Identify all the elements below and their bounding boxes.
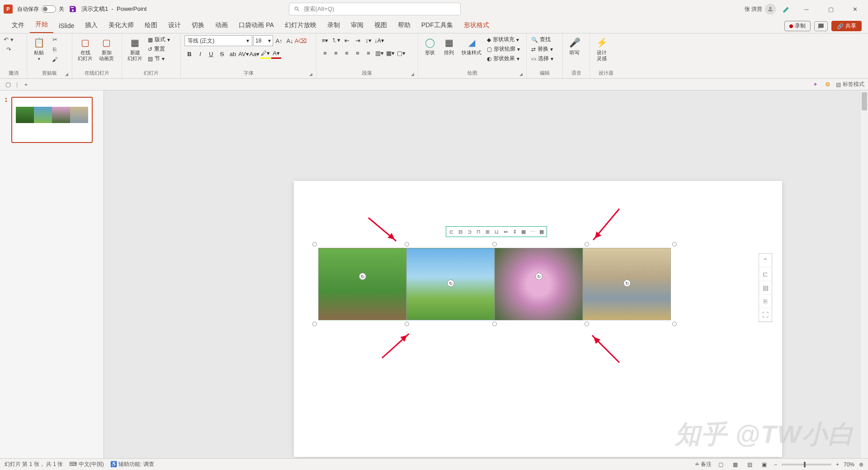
slide-editor[interactable]: ⊏ ⊟ ⊐ ⊓ ⊞ ⊔ ⇔ ⇕ ▦ ⋯ ▩ ↻: [104, 90, 868, 458]
side-btn-4[interactable]: ⎘: [759, 294, 772, 308]
pen-icon[interactable]: [782, 5, 791, 14]
comments-button[interactable]: [814, 21, 828, 31]
align-right-icon[interactable]: ⊐: [465, 228, 473, 236]
dialog-launcher-icon[interactable]: ◢: [65, 72, 68, 76]
tab-insert[interactable]: 插入: [80, 19, 103, 33]
font-color-button[interactable]: A▾: [271, 49, 281, 59]
sorter-view-button[interactable]: ▦: [731, 461, 741, 469]
font-size-combo[interactable]: 18▾: [253, 35, 273, 46]
zoom-in-button[interactable]: +: [836, 461, 839, 468]
slide-thumbnail-1[interactable]: [11, 97, 93, 143]
slide-counter[interactable]: 幻灯片 第 1 张， 共 1 张: [5, 461, 63, 468]
align-more-icon[interactable]: ⋯: [528, 228, 537, 236]
undo-button[interactable]: ↶ ▾: [4, 35, 14, 43]
italic-button[interactable]: I: [195, 49, 205, 59]
normal-view-button[interactable]: ▢: [716, 461, 726, 469]
replace-button[interactable]: ⇄ 替换 ▾: [530, 45, 554, 53]
paste-button[interactable]: 📋粘贴▾: [31, 35, 47, 62]
align-left-icon[interactable]: ⊏: [447, 228, 455, 236]
user-badge[interactable]: 张 洪营: [745, 4, 776, 14]
tab-file[interactable]: 文件: [6, 19, 30, 33]
decrease-font-button[interactable]: A↓: [285, 36, 295, 46]
sec-add-button[interactable]: ＋: [21, 80, 30, 89]
dictate-button[interactable]: 🎤听写: [566, 35, 583, 57]
search-input[interactable]: 搜索(Alt+Q): [289, 3, 461, 15]
section-button[interactable]: ▤ 节 ▾: [147, 54, 171, 63]
selected-images[interactable]: ↻ ↻ ↻ ↻: [318, 248, 671, 320]
tab-pdf[interactable]: PDF工具集: [416, 19, 458, 33]
reset-button[interactable]: ↺ 重置: [147, 45, 171, 53]
align-top-icon[interactable]: ⊓: [474, 228, 482, 236]
tab-shape-format[interactable]: 形状格式: [458, 19, 495, 33]
highlight-button[interactable]: 🖊▾: [260, 49, 270, 59]
save-icon[interactable]: [69, 5, 77, 13]
slide-canvas[interactable]: ⊏ ⊟ ⊐ ⊓ ⊞ ⊔ ⇔ ⇕ ▦ ⋯ ▩ ↻: [294, 181, 782, 457]
tab-design[interactable]: 设计: [163, 19, 186, 33]
side-btn-5[interactable]: ⛶: [759, 308, 772, 322]
tab-pocket[interactable]: 口袋动画 PA: [233, 19, 279, 33]
record-button[interactable]: 录制: [784, 21, 811, 31]
smartart-button[interactable]: ▢▾: [396, 48, 406, 58]
side-btn-3[interactable]: ▤: [759, 281, 772, 294]
maximize-button[interactable]: ▢: [822, 2, 840, 16]
justify-button[interactable]: ≡: [353, 48, 363, 58]
cut-button[interactable]: ✂: [50, 35, 60, 43]
format-painter-button[interactable]: 🖌: [50, 55, 60, 63]
clear-format-button[interactable]: A⌫: [296, 36, 306, 46]
fit-button[interactable]: ⊕: [859, 461, 863, 468]
shape-fill-button[interactable]: ◆ 形状填充 ▾: [486, 35, 521, 44]
image-3[interactable]: ↻: [495, 248, 583, 320]
shadow-button[interactable]: ab: [228, 49, 238, 59]
tag-mode-button[interactable]: ▤ 标签模式: [836, 81, 864, 88]
layout-button[interactable]: ▦ 版式 ▾: [147, 35, 171, 44]
increase-indent-button[interactable]: ⇥: [353, 35, 363, 45]
image-4[interactable]: ↻: [583, 248, 671, 320]
increase-font-button[interactable]: A↑: [274, 36, 284, 46]
tab-view[interactable]: 视图: [369, 19, 392, 33]
shapes-button[interactable]: ◯形状: [422, 35, 438, 57]
notes-button[interactable]: ≐ 备注: [695, 461, 712, 468]
distribute-v-icon[interactable]: ⇕: [510, 228, 519, 236]
side-btn-1[interactable]: ⌃: [759, 254, 772, 267]
tab-slideshow[interactable]: 幻灯片放映: [279, 19, 322, 33]
sec-tool-2[interactable]: ⚙: [823, 80, 832, 89]
new-anim-button[interactable]: ▢新加 动画页: [97, 35, 116, 62]
dialog-launcher-icon[interactable]: ◢: [411, 72, 414, 76]
align-left-button[interactable]: ≡: [320, 48, 330, 58]
shape-effects-button[interactable]: ◐ 形状效果 ▾: [486, 54, 521, 63]
columns-button[interactable]: ▥▾: [374, 48, 384, 58]
distribute-button[interactable]: ≡: [363, 48, 373, 58]
share-button[interactable]: 🔗 共享: [831, 21, 862, 31]
close-button[interactable]: ✕: [846, 2, 864, 16]
tab-animation[interactable]: 动画: [210, 19, 233, 33]
strike-button[interactable]: S: [217, 49, 227, 59]
tab-home[interactable]: 开始: [30, 18, 53, 33]
align-text-button[interactable]: ▦▾: [385, 48, 395, 58]
online-slide-button[interactable]: ▢在线 幻灯片: [76, 35, 94, 62]
toggle-icon[interactable]: [42, 5, 56, 13]
bullets-button[interactable]: ≡▾: [320, 35, 330, 45]
accessibility-status[interactable]: ♿ 辅助功能: 调查: [110, 461, 154, 468]
side-btn-2[interactable]: ⊏: [759, 267, 772, 281]
select-button[interactable]: ▭ 选择 ▾: [530, 54, 554, 63]
redo-button[interactable]: ↷: [4, 45, 14, 53]
align-center-button[interactable]: ≡: [331, 48, 341, 58]
sec-tool-1[interactable]: ✦: [811, 80, 820, 89]
bold-button[interactable]: B: [184, 49, 194, 59]
rotate-handle-icon[interactable]: ↻: [447, 280, 454, 287]
decrease-indent-button[interactable]: ⇤: [342, 35, 352, 45]
copy-button[interactable]: ⎘: [50, 45, 60, 53]
tab-transition[interactable]: 切换: [186, 19, 210, 33]
line-spacing-button[interactable]: ↕▾: [363, 35, 373, 45]
tab-drawing[interactable]: 绘图: [139, 19, 163, 33]
align-middle-icon[interactable]: ⊞: [483, 228, 491, 236]
numbering-button[interactable]: ⒈▾: [331, 35, 341, 45]
zoom-slider[interactable]: [782, 464, 831, 465]
vertical-scrollbar[interactable]: [860, 90, 868, 458]
distribute-h-icon[interactable]: ⇔: [501, 228, 509, 236]
slideshow-view-button[interactable]: ▣: [760, 461, 769, 469]
align-right-button[interactable]: ≡: [342, 48, 352, 58]
tab-record[interactable]: 录制: [322, 19, 345, 33]
tab-islide[interactable]: iSlide: [53, 19, 80, 33]
find-button[interactable]: 🔍 查找: [530, 35, 554, 44]
